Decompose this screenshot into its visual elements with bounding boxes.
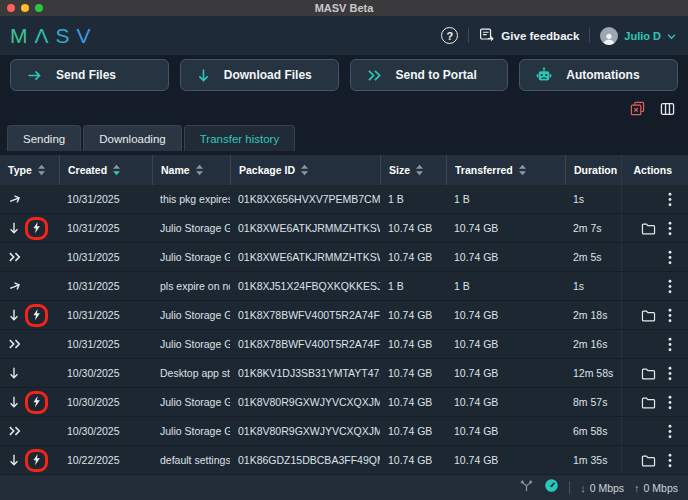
- transferred-cell: 10.74 GB: [446, 301, 565, 329]
- action-button-label: Download Files: [224, 68, 312, 82]
- duration-cell: 2m 16s: [565, 330, 621, 358]
- size-cell: 1 B: [380, 185, 446, 213]
- open-folder-button[interactable]: [641, 396, 656, 409]
- package-id-cell: 01K8X78BWFV400T5R2A74F0FZ2: [230, 330, 380, 358]
- column-header[interactable]: Created: [59, 155, 152, 185]
- clear-expired-packages-button[interactable]: [630, 101, 645, 119]
- red-annotation-circle: [25, 391, 48, 414]
- table-row[interactable]: 10/31/2025 Julio Storage Gat… 01K8X78BWF…: [0, 330, 688, 359]
- column-visibility-button[interactable]: [660, 102, 675, 119]
- download-arrow-icon: [8, 453, 20, 467]
- column-header[interactable]: Name: [152, 155, 230, 185]
- row-menu-button[interactable]: [668, 453, 672, 468]
- table-row[interactable]: 10/22/2025 default settings t… 01K86GDZ1…: [0, 446, 688, 475]
- tab-downloading[interactable]: Downloading: [83, 125, 182, 151]
- open-folder-button[interactable]: [641, 367, 656, 380]
- network-route-icon: [519, 478, 534, 497]
- action-button[interactable]: Send to Portal: [350, 59, 509, 91]
- row-menu-button[interactable]: [668, 279, 672, 294]
- red-annotation-circle: [25, 304, 48, 327]
- column-header-label: Package ID: [239, 164, 295, 176]
- name-cell: this pkg expires …: [152, 185, 230, 213]
- package-id-cell: 01K8XX656HVXV7PEMB7CMKWB…: [230, 185, 380, 213]
- row-menu-button[interactable]: [668, 308, 672, 323]
- actions-cell: [621, 214, 688, 242]
- download-arrow-icon: [8, 221, 20, 235]
- macos-titlebar: MASV Beta: [0, 0, 688, 16]
- user-avatar: [600, 27, 618, 45]
- tab-bar: Sending Downloading Transfer history: [0, 122, 688, 151]
- actions-cell: [621, 359, 688, 387]
- row-menu-button[interactable]: [668, 250, 672, 265]
- transferred-cell: 10.74 GB: [446, 243, 565, 271]
- type-cell: [0, 359, 59, 387]
- action-button[interactable]: Automations: [519, 59, 678, 91]
- transferred-cell: 1 B: [446, 272, 565, 300]
- table-row[interactable]: 10/31/2025 this pkg expires … 01K8XX656H…: [0, 185, 688, 214]
- column-header[interactable]: Duration: [565, 155, 621, 185]
- row-menu-button[interactable]: [668, 221, 672, 236]
- logo-letter: V: [77, 24, 98, 48]
- open-folder-button[interactable]: [641, 309, 656, 322]
- table-row[interactable]: 10/31/2025 Julio Storage Gat… 01K8XWE6AT…: [0, 243, 688, 272]
- column-header-label: Type: [8, 164, 32, 176]
- type-cell: [0, 185, 59, 213]
- status-bar: ↓ 0 Mbps ↑ 0 Mbps: [0, 475, 688, 500]
- duration-cell: 1s: [565, 272, 621, 300]
- open-folder-button[interactable]: [641, 222, 656, 235]
- table-row[interactable]: 10/30/2025 Julio Storage Gat… 01K8V80R9G…: [0, 388, 688, 417]
- action-button[interactable]: Download Files: [180, 59, 339, 91]
- download-arrow-icon: [8, 366, 20, 380]
- send-arrow-icon: [27, 69, 42, 82]
- column-header[interactable]: Type: [0, 155, 59, 185]
- open-folder-button[interactable]: [641, 454, 656, 467]
- table-row[interactable]: 10/31/2025 Julio Storage Gat… 01K8X78BWF…: [0, 301, 688, 330]
- column-header-label: Transferred: [455, 164, 513, 176]
- type-cell: [0, 272, 59, 300]
- size-cell: 10.74 GB: [380, 214, 446, 242]
- column-header[interactable]: Size: [380, 155, 446, 185]
- duration-cell: 2m 18s: [565, 301, 621, 329]
- row-menu-button[interactable]: [668, 192, 672, 207]
- download-arrow-icon: [8, 308, 20, 322]
- row-menu-button[interactable]: [668, 395, 672, 410]
- table-row[interactable]: 10/30/2025 Desktop app stre… 01K8KV1DJ3S…: [0, 359, 688, 388]
- user-menu-button[interactable]: Julio D: [600, 27, 676, 45]
- red-annotation-circle: [25, 217, 48, 240]
- tab-transfer-history[interactable]: Transfer history: [184, 125, 295, 151]
- column-header-label: Duration: [574, 164, 617, 176]
- transferred-cell: 10.74 GB: [446, 330, 565, 358]
- upload-speed: ↑ 0 Mbps: [634, 482, 678, 494]
- row-menu-button[interactable]: [668, 366, 672, 381]
- package-id-cell: 01K8XWE6ATKJRMMZHTKSWSDF1R: [230, 243, 380, 271]
- column-header[interactable]: Transferred: [446, 155, 565, 185]
- column-header-label: Created: [68, 164, 107, 176]
- type-cell: [0, 330, 59, 358]
- action-button-label: Send Files: [56, 68, 116, 82]
- actions-cell: [621, 330, 688, 358]
- express-bolt-icon: [32, 453, 41, 468]
- package-id-cell: 01K8V80R9GXWJYVCXQXJM6J5MJ: [230, 388, 380, 416]
- express-bolt-icon: [32, 221, 41, 236]
- table-row[interactable]: 10/30/2025 Julio Storage Gat… 01K8V80R9G…: [0, 417, 688, 446]
- sort-icon: [112, 164, 121, 176]
- give-feedback-button[interactable]: Give feedback: [479, 27, 579, 44]
- column-header[interactable]: Package ID: [230, 155, 380, 185]
- speedometer-icon[interactable]: [544, 478, 559, 497]
- table-row[interactable]: 10/31/2025 pls expire on nov… 01K8XJ51X2…: [0, 272, 688, 301]
- header-actions: ? Give feedback Julio D: [441, 27, 676, 45]
- column-header-label: Name: [161, 164, 190, 176]
- transferred-cell: 10.74 GB: [446, 214, 565, 242]
- row-menu-button[interactable]: [668, 424, 672, 439]
- column-header[interactable]: Actions: [621, 155, 688, 185]
- actions-cell: [621, 272, 688, 300]
- table-row[interactable]: 10/31/2025 Julio Storage Gat… 01K8XWE6AT…: [0, 214, 688, 243]
- name-cell: Desktop app stre…: [152, 359, 230, 387]
- action-button[interactable]: Send Files: [10, 59, 169, 91]
- tab-sending[interactable]: Sending: [7, 125, 81, 151]
- help-button[interactable]: ?: [441, 27, 458, 44]
- question-mark-icon: ?: [446, 30, 453, 42]
- row-menu-button[interactable]: [668, 337, 672, 352]
- duration-cell: 8m 57s: [565, 388, 621, 416]
- type-cell: [0, 301, 59, 329]
